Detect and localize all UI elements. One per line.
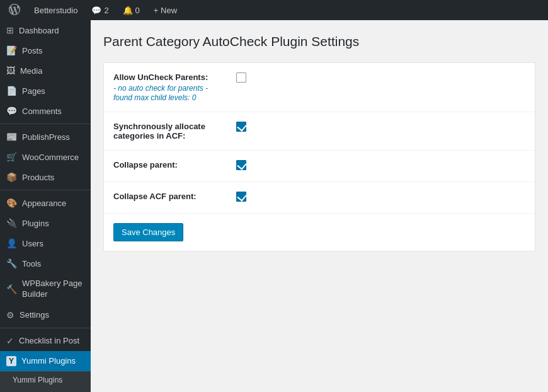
sidebar-item-wpbakery[interactable]: 🔨 WPBakery Page Builder (0, 274, 91, 305)
wp-logo-item[interactable] (5, 0, 24, 20)
sidebar-separator-1 (0, 124, 91, 124)
main-layout: ⊞ Dashboard 📝 Posts 🖼 Media 📄 Pages 💬 Co… (0, 20, 548, 392)
sidebar-label-plugins: Plugins (22, 219, 49, 228)
sidebar-label-woocommerce: WooCommerce (22, 153, 79, 162)
tools-icon: 🔧 (6, 258, 17, 268)
submenu-yummi-plugins-label: Yummi Plugins (13, 376, 62, 384)
sidebar-item-settings[interactable]: ⚙ Settings (0, 305, 91, 325)
table-row: Allow UnCheck Parents: - no auto check f… (104, 63, 535, 112)
sidebar-item-woocommerce[interactable]: 🛒 WooCommerce (0, 147, 91, 167)
setting-label-text-collapse-parent: Collapse parent: (113, 160, 178, 170)
sidebar-label-tools: Tools (22, 259, 41, 268)
plugins-icon: 🔌 (6, 218, 17, 228)
sidebar-item-media[interactable]: 🖼 Media (0, 61, 91, 81)
setting-label-collapse-acf: Collapse ACF parent: (104, 182, 230, 214)
sidebar-item-pages[interactable]: 📄 Pages (0, 81, 91, 101)
sidebar-item-comments[interactable]: 💬 Comments (0, 101, 91, 121)
table-row: Collapse ACF parent: (104, 182, 535, 214)
comments-item[interactable]: 💬 2 (88, 0, 112, 20)
site-name-item[interactable]: Betterstudio (30, 0, 81, 20)
sidebar-item-users[interactable]: 👤 Users (0, 233, 91, 253)
table-row: Collapse parent: (104, 151, 535, 182)
setting-field-collapse-parent (230, 151, 535, 182)
content-area: Parent Category AutoCheck Plugin Setting… (91, 20, 548, 392)
setting-subtext-2: found max child levels: 0 (113, 93, 224, 102)
sidebar-item-products[interactable]: 📦 Products (0, 167, 91, 187)
setting-label-allow-uncheck: Allow UnCheck Parents: - no auto check f… (104, 63, 230, 112)
setting-field-allow-uncheck (230, 63, 535, 112)
sidebar-label-appearance: Appearance (22, 199, 66, 208)
appearance-icon: 🎨 (6, 198, 17, 208)
admin-bar: Betterstudio 💬 2 🔔 0 + New (0, 0, 548, 20)
sidebar-item-posts[interactable]: 📝 Posts (0, 40, 91, 61)
submenu-item-yummi-plugins[interactable]: Yummi Plugins (0, 372, 91, 388)
sidebar-label-posts: Posts (22, 46, 43, 55)
sync-acf-checkbox[interactable] (236, 122, 246, 132)
comment-icon: 💬 (91, 6, 101, 15)
publishpress-icon: 📰 (6, 132, 17, 142)
sidebar: ⊞ Dashboard 📝 Posts 🖼 Media 📄 Pages 💬 Co… (0, 20, 91, 392)
new-item[interactable]: + New (150, 0, 181, 20)
sidebar-separator-2 (0, 190, 91, 190)
setting-label-text-collapse-acf: Collapse ACF parent: (113, 192, 197, 201)
save-changes-button[interactable]: Save Changes (113, 223, 183, 241)
setting-label-sync-acf: Synchronously allocate categories in ACF… (104, 112, 230, 151)
setting-subtext-1: - no auto check for parents - (113, 84, 224, 93)
updates-count: 0 (135, 6, 140, 15)
page-title: Parent Category AutoCheck Plugin Setting… (103, 33, 535, 50)
collapse-acf-checkbox[interactable] (236, 192, 246, 202)
submenu-yummi: Yummi Plugins Category AutoCheck (0, 371, 91, 392)
sidebar-label-users: Users (22, 239, 43, 248)
setting-label-text-allow-uncheck: Allow UnCheck Parents: (113, 72, 208, 82)
setting-field-sync-acf (230, 112, 535, 151)
sidebar-item-tools[interactable]: 🔧 Tools (0, 253, 91, 274)
setting-field-collapse-acf (230, 182, 535, 214)
sidebar-item-plugins[interactable]: 🔌 Plugins (0, 213, 91, 233)
sidebar-label-checklist: Checklist in Post (19, 336, 79, 345)
submenu-item-category-autocheck[interactable]: Category AutoCheck (0, 388, 91, 392)
table-row: Synchronously allocate categories in ACF… (104, 112, 535, 151)
sidebar-item-publishpress[interactable]: 📰 PublishPress (0, 127, 91, 147)
comments-icon: 💬 (6, 106, 17, 116)
settings-form: Allow UnCheck Parents: - no auto check f… (103, 62, 535, 251)
sidebar-item-dashboard[interactable]: ⊞ Dashboard (0, 20, 91, 40)
new-label: + New (154, 6, 177, 15)
setting-label-collapse-parent: Collapse parent: (104, 151, 230, 182)
sidebar-item-yummi[interactable]: Y Yummi Plugins (0, 351, 91, 371)
wpbakery-icon: 🔨 (6, 284, 17, 294)
allow-uncheck-checkbox[interactable] (236, 72, 246, 83)
settings-table: Allow UnCheck Parents: - no auto check f… (104, 63, 535, 214)
sidebar-label-wpbakery: WPBakery Page Builder (22, 279, 84, 300)
dashboard-icon: ⊞ (6, 25, 14, 35)
sidebar-separator-3 (0, 328, 91, 328)
comments-count: 2 (104, 6, 108, 15)
woocommerce-icon: 🛒 (6, 152, 17, 162)
sidebar-item-appearance[interactable]: 🎨 Appearance (0, 193, 91, 213)
updates-icon: 🔔 (123, 6, 133, 15)
media-icon: 🖼 (6, 66, 15, 76)
wp-icon (9, 4, 20, 17)
setting-label-text-sync-acf: Synchronously allocate categories in ACF… (113, 122, 205, 141)
updates-item[interactable]: 🔔 0 (119, 0, 144, 20)
sidebar-label-publishpress: PublishPress (22, 132, 70, 142)
sidebar-label-products: Products (22, 173, 54, 182)
yummi-icon: Y (6, 356, 16, 366)
settings-icon: ⚙ (6, 310, 14, 320)
posts-icon: 📝 (6, 45, 17, 55)
sidebar-label-pages: Pages (22, 86, 45, 96)
products-icon: 📦 (6, 172, 17, 182)
sidebar-item-checklist[interactable]: ✓ Checklist in Post (0, 331, 91, 351)
sidebar-label-settings: Settings (20, 310, 49, 320)
sidebar-label-comments: Comments (22, 107, 62, 116)
checklist-icon: ✓ (6, 336, 14, 346)
sidebar-label-dashboard: Dashboard (19, 26, 59, 35)
sidebar-label-yummi: Yummi Plugins (21, 356, 76, 366)
pages-icon: 📄 (6, 86, 17, 96)
users-icon: 👤 (6, 238, 17, 248)
sidebar-label-media: Media (20, 66, 42, 76)
site-name: Betterstudio (34, 6, 77, 15)
collapse-parent-checkbox[interactable] (236, 160, 246, 170)
